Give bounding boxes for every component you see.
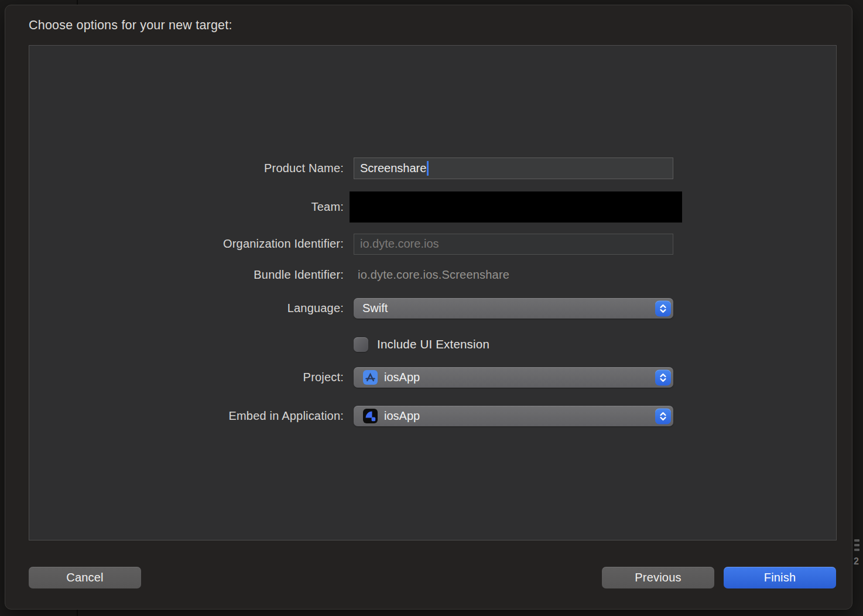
new-target-options-dialog: Choose options for your new target: Prod… — [5, 5, 852, 610]
product-name-value: Screenshare — [360, 162, 426, 175]
bundle-identifier-row: Bundle Identifier: io.dyte.core.ios.Scre… — [29, 266, 836, 283]
cancel-button[interactable]: Cancel — [29, 567, 141, 588]
bundle-identifier-label: Bundle Identifier: — [29, 268, 344, 282]
project-popup[interactable]: iosApp — [354, 367, 673, 388]
product-name-input[interactable]: Screenshare — [354, 158, 673, 179]
product-name-row: Product Name: Screenshare — [29, 157, 836, 180]
include-ui-extension-label: Include UI Extension — [377, 337, 489, 351]
language-popup[interactable]: Swift — [354, 298, 673, 319]
background-artifact — [854, 549, 859, 551]
previous-button[interactable]: Previous — [602, 567, 714, 588]
team-label: Team: — [29, 200, 344, 214]
dialog-title: Choose options for your new target: — [29, 18, 232, 33]
organization-identifier-input[interactable] — [354, 234, 673, 255]
team-popup-redacted[interactable] — [350, 191, 682, 223]
include-ui-extension-row: Include UI Extension — [29, 337, 836, 352]
chevron-up-down-icon[interactable] — [655, 300, 671, 316]
options-form-panel: Product Name: Screenshare Team: Organiza… — [29, 45, 837, 540]
finish-button[interactable]: Finish — [724, 567, 836, 588]
project-label: Project: — [29, 371, 344, 384]
embed-in-application-popup[interactable]: iosApp — [354, 406, 673, 426]
embed-in-application-value: iosApp — [384, 409, 420, 423]
background-artifact — [854, 539, 859, 542]
project-row: Project: iosApp — [29, 367, 836, 388]
organization-identifier-row: Organization Identifier: — [29, 233, 836, 255]
language-label: Language: — [29, 302, 344, 315]
bundle-identifier-value: io.dyte.core.ios.Screenshare — [358, 268, 509, 282]
organization-identifier-label: Organization Identifier: — [29, 237, 344, 251]
embed-in-application-label: Embed in Application: — [29, 409, 344, 423]
project-value: iosApp — [384, 371, 420, 384]
background-artifact — [854, 544, 859, 546]
chevron-up-down-icon[interactable] — [655, 408, 671, 424]
team-row: Team: — [29, 191, 836, 223]
product-name-label: Product Name: — [29, 162, 344, 175]
embed-in-application-row: Embed in Application: iosApp — [29, 406, 836, 426]
text-cursor — [427, 161, 429, 176]
background-partial-glyph: 2 — [854, 556, 859, 567]
app-target-icon — [362, 408, 378, 424]
chevron-up-down-icon[interactable] — [655, 369, 671, 385]
app-store-icon — [362, 369, 378, 385]
include-ui-extension-checkbox[interactable] — [354, 337, 368, 352]
language-row: Language: Swift — [29, 298, 836, 319]
language-value: Swift — [362, 302, 388, 315]
